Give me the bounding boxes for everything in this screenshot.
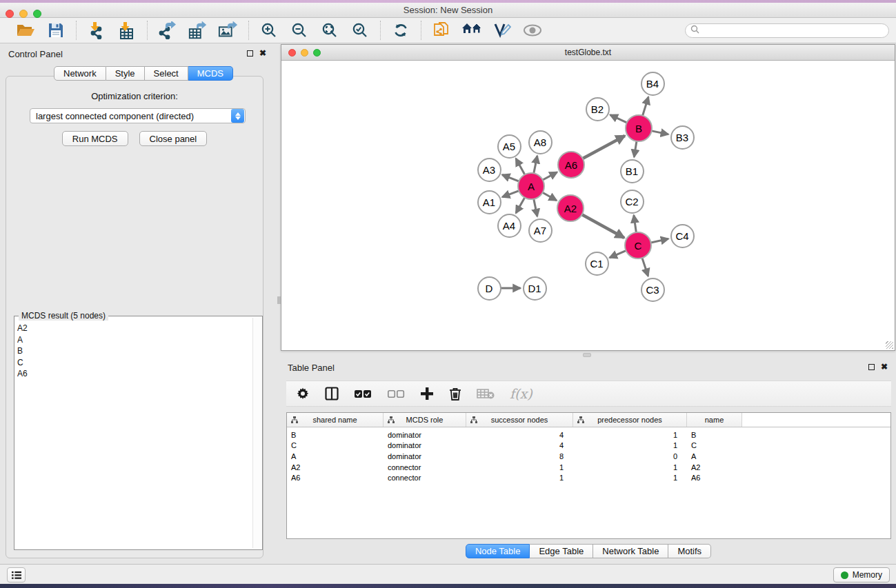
mcds-result-item[interactable]: A — [17, 334, 251, 346]
graph-node-D[interactable]: D — [477, 276, 501, 301]
settings-gear-icon[interactable] — [296, 384, 310, 403]
search-input[interactable] — [699, 25, 888, 37]
network-window-titlebar[interactable]: testGlobe.txt — [281, 45, 895, 61]
export-table-icon[interactable] — [188, 21, 208, 40]
annotation-pen-icon[interactable] — [492, 21, 512, 40]
export-image-icon[interactable] — [218, 21, 239, 40]
graph-edge-C-C1[interactable] — [610, 250, 627, 258]
graph-node-C3[interactable]: C3 — [641, 278, 665, 302]
graph-edge-A-A7[interactable] — [534, 199, 537, 216]
import-network-icon[interactable] — [86, 21, 107, 40]
tab-network-table[interactable]: Network Table — [593, 544, 668, 558]
column-layout-icon[interactable] — [325, 384, 339, 403]
eye-icon[interactable] — [522, 21, 543, 40]
import-table-icon[interactable] — [117, 21, 137, 40]
graph-node-B2[interactable]: B2 — [586, 97, 610, 121]
graph-node-A6[interactable]: A6 — [557, 151, 585, 179]
graph-node-A7[interactable]: A7 — [528, 219, 552, 243]
graph-node-C2[interactable]: C2 — [620, 190, 644, 214]
task-history-button[interactable] — [7, 567, 26, 582]
graph-node-B1[interactable]: B1 — [620, 159, 644, 183]
table-row[interactable]: Adominator80A — [287, 451, 890, 462]
graph-edge-A6-B[interactable] — [582, 136, 625, 159]
tab-style[interactable]: Style — [106, 66, 145, 81]
refresh-icon[interactable] — [390, 21, 411, 40]
control-panel-float-icon[interactable] — [247, 50, 253, 57]
zoom-selected-icon[interactable] — [350, 21, 370, 40]
graph-node-A4[interactable]: A4 — [497, 214, 521, 238]
mcds-result-item[interactable]: C — [17, 357, 251, 369]
table-row[interactable]: A2connector11A2 — [287, 462, 890, 473]
memory-button[interactable]: Memory — [833, 567, 890, 582]
graph-edge-A-A8[interactable] — [534, 156, 537, 174]
column-header-MCDS-role[interactable]: MCDS role — [384, 413, 466, 427]
graph-node-D1[interactable]: D1 — [523, 276, 547, 301]
network-zoom-button[interactable] — [313, 49, 321, 57]
tab-edge-table[interactable]: Edge Table — [530, 544, 593, 558]
function-builder-icon[interactable]: f(x) — [510, 386, 532, 401]
table-panel-close-icon[interactable]: ✖ — [881, 364, 888, 370]
graph-edge-B-B2[interactable] — [610, 115, 628, 123]
splitter-handle-left[interactable] — [277, 296, 281, 304]
graph-edge-A-A3[interactable] — [502, 175, 519, 182]
table-panel-float-icon[interactable] — [868, 364, 875, 370]
zoom-in-icon[interactable] — [259, 21, 279, 40]
zoom-out-icon[interactable] — [289, 21, 310, 40]
table-row[interactable]: Bdominator41B — [287, 429, 890, 440]
home-icon[interactable] — [461, 21, 482, 40]
graph-node-C4[interactable]: C4 — [670, 224, 695, 248]
export-network-icon[interactable] — [157, 21, 178, 40]
mcds-result-list[interactable]: A2ABCA6 — [17, 323, 251, 548]
graph-edge-A2-C[interactable] — [581, 214, 624, 238]
network-close-button[interactable] — [288, 49, 296, 57]
result-scrollbar[interactable] — [252, 318, 262, 548]
graph-edge-B-B4[interactable] — [642, 97, 648, 116]
graph-edge-C-C2[interactable] — [634, 215, 637, 233]
column-header-shared-name[interactable]: shared name — [287, 413, 384, 427]
open-file-icon[interactable] — [15, 21, 36, 40]
graph-edge-C-C3[interactable] — [642, 257, 648, 276]
save-session-icon[interactable] — [46, 21, 66, 40]
select-all-rows-icon[interactable] — [354, 384, 372, 403]
graph-edge-A-A6[interactable] — [542, 172, 557, 181]
graph-node-A[interactable]: A — [517, 172, 545, 200]
graph-node-B[interactable]: B — [625, 114, 653, 142]
delete-table-icon[interactable] — [477, 384, 495, 403]
tab-mcds[interactable]: MCDS — [188, 66, 233, 81]
close-panel-button[interactable]: Close panel — [139, 131, 208, 146]
column-header-name[interactable]: name — [687, 413, 742, 427]
tab-node-table[interactable]: Node Table — [466, 544, 530, 558]
table-row[interactable]: A6connector11A6 — [287, 472, 890, 483]
control-panel-close-icon[interactable]: ✖ — [259, 50, 266, 57]
tab-select[interactable]: Select — [145, 66, 188, 81]
graph-node-A2[interactable]: A2 — [557, 194, 584, 222]
graph-node-B3[interactable]: B3 — [670, 125, 695, 150]
graph-node-B4[interactable]: B4 — [641, 72, 665, 96]
network-minimize-button[interactable] — [301, 49, 308, 57]
network-canvas[interactable]: AA1A2A3A4A5A6A7A8BB1B2B3B4CC1C2C3C4DD1 — [281, 61, 895, 350]
graph-edge-A-A1[interactable] — [502, 190, 519, 196]
graph-node-A3[interactable]: A3 — [477, 158, 501, 182]
mcds-result-item[interactable]: B — [17, 345, 251, 357]
minimize-window-button[interactable] — [19, 10, 28, 18]
column-header-predecessor-nodes[interactable]: predecessor nodes — [573, 413, 687, 427]
graph-edge-C-C4[interactable] — [650, 239, 668, 243]
run-mcds-button[interactable]: Run MCDS — [62, 131, 128, 146]
tab-motifs[interactable]: Motifs — [668, 544, 711, 558]
window-resize-grip[interactable] — [886, 341, 893, 349]
graph-node-A8[interactable]: A8 — [528, 130, 552, 154]
delete-column-icon[interactable] — [449, 384, 461, 403]
close-window-button[interactable] — [6, 10, 14, 18]
criterion-dropdown[interactable]: largest connected component (directed) — [30, 108, 246, 123]
mcds-result-item[interactable]: A6 — [17, 368, 251, 380]
deselect-all-rows-icon[interactable] — [387, 384, 405, 403]
network-document-icon[interactable] — [431, 21, 452, 40]
table-row[interactable]: Cdominator41C — [287, 440, 890, 452]
zoom-window-button[interactable] — [33, 10, 41, 18]
splitter-handle-bottom[interactable] — [583, 353, 591, 357]
graph-node-C[interactable]: C — [624, 232, 652, 259]
graph-edge-A-A2[interactable] — [542, 192, 557, 201]
graph-edge-B-B3[interactable] — [651, 131, 668, 134]
tab-network[interactable]: Network — [54, 66, 106, 81]
graph-edge-A-A4[interactable] — [516, 197, 525, 213]
